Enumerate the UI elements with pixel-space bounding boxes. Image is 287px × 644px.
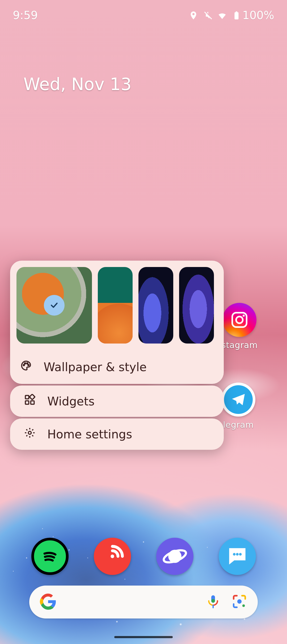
svg-point-1 <box>236 316 243 323</box>
menu-widgets[interactable]: Widgets <box>10 385 224 417</box>
menu-widgets-label: Widgets <box>47 395 95 408</box>
home-context-menu: Wallpaper & style Widgets Home settings <box>10 261 224 450</box>
wallpaper-thumb-2[interactable] <box>138 267 173 344</box>
menu-home-settings[interactable]: Home settings <box>10 418 224 450</box>
svg-rect-7 <box>26 396 29 399</box>
dock-app-spotify[interactable] <box>31 538 69 575</box>
svg-point-5 <box>27 363 28 364</box>
chat-icon <box>225 544 250 569</box>
lens-icon[interactable] <box>232 594 247 610</box>
battery-full-icon <box>232 11 241 20</box>
planet-icon <box>162 544 188 569</box>
app-telegram-label: legram <box>221 420 255 430</box>
svg-point-17 <box>239 553 242 556</box>
voice-search-icon[interactable] <box>206 594 221 610</box>
app-instagram[interactable]: stagram <box>221 303 258 350</box>
svg-point-22 <box>242 604 245 607</box>
telegram-icon <box>230 391 247 408</box>
pocket-casts-icon <box>99 543 126 570</box>
google-logo-icon <box>40 593 56 611</box>
wallpaper-thumb-0[interactable] <box>16 267 92 344</box>
dock <box>0 538 287 575</box>
date-widget[interactable]: Wed, Nov 13 <box>23 74 132 94</box>
wallpaper-thumbnails <box>16 267 217 344</box>
svg-point-12 <box>111 554 114 558</box>
palette-icon <box>20 360 32 374</box>
app-telegram[interactable]: legram <box>221 383 255 430</box>
location-icon <box>189 11 198 20</box>
widgets-icon <box>24 394 36 408</box>
svg-rect-9 <box>31 401 34 404</box>
menu-wallpaper-style-label: Wallpaper & style <box>44 360 147 374</box>
svg-point-16 <box>236 553 239 556</box>
svg-rect-19 <box>211 599 215 603</box>
dock-app-pocket-casts[interactable] <box>94 538 131 575</box>
battery-status: 100% <box>232 9 274 22</box>
menu-wallpaper-style[interactable]: Wallpaper & style <box>16 350 217 384</box>
wallpaper-thumb-1[interactable] <box>98 267 133 344</box>
status-bar: 9:59 100% <box>0 0 287 31</box>
gesture-nav-bar[interactable] <box>114 636 173 638</box>
instagram-icon <box>230 310 249 329</box>
svg-point-21 <box>237 599 242 604</box>
svg-rect-0 <box>232 313 247 327</box>
wallpaper-thumb-3[interactable] <box>179 267 214 344</box>
dock-app-messages[interactable] <box>219 538 256 575</box>
battery-percent: 100% <box>242 9 274 22</box>
wifi-icon <box>217 11 227 20</box>
svg-point-6 <box>28 365 29 366</box>
menu-home-settings-label: Home settings <box>47 427 132 441</box>
spotify-icon <box>39 545 61 567</box>
svg-point-3 <box>23 365 24 366</box>
check-icon <box>44 295 65 316</box>
svg-point-15 <box>233 553 235 556</box>
status-time: 9:59 <box>13 9 38 22</box>
svg-point-2 <box>243 315 245 317</box>
svg-point-4 <box>24 363 26 364</box>
svg-point-11 <box>28 431 31 434</box>
svg-rect-8 <box>26 401 29 404</box>
gear-icon <box>24 427 36 441</box>
mute-icon <box>203 11 213 20</box>
date-text: Wed, Nov 13 <box>23 74 132 94</box>
svg-rect-10 <box>29 394 35 400</box>
app-instagram-label: stagram <box>221 340 258 350</box>
search-bar[interactable] <box>29 586 258 618</box>
dock-app-samsung-internet[interactable] <box>156 538 193 575</box>
status-icons: 100% <box>189 9 274 22</box>
